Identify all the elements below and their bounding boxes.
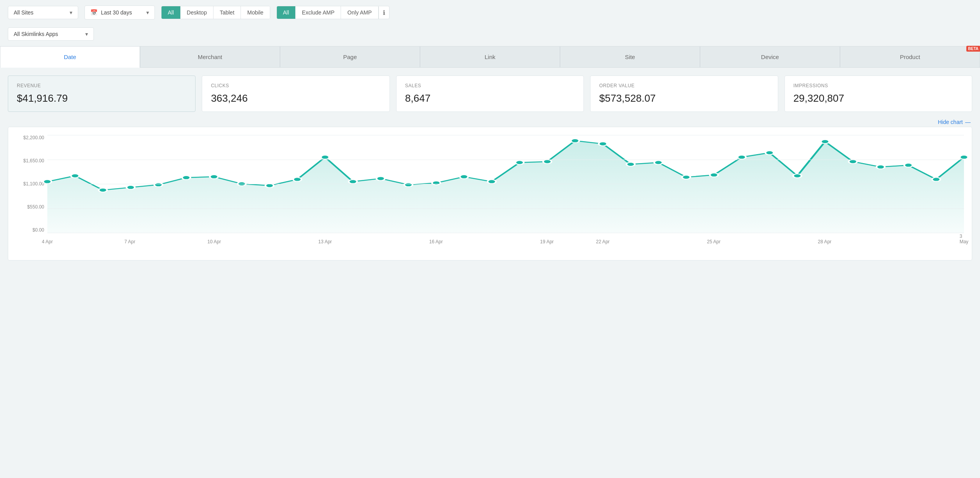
svg-point-29 (849, 160, 857, 164)
beta-badge: BETA (966, 46, 980, 52)
metric-impressions[interactable]: Impressions 29,320,807 (784, 75, 972, 112)
svg-point-9 (293, 178, 302, 181)
svg-point-3 (126, 185, 135, 189)
x-label: 22 Apr (596, 239, 610, 244)
svg-point-6 (210, 175, 218, 179)
x-label: 7 Apr (124, 239, 135, 244)
metric-clicks[interactable]: Clicks 363,246 (202, 75, 389, 112)
svg-point-31 (904, 163, 912, 167)
x-label: 10 Apr (207, 239, 221, 244)
x-label: 16 Apr (429, 239, 443, 244)
chart-plot (47, 135, 964, 233)
svg-point-0 (43, 180, 51, 183)
date-dropdown[interactable]: 📅 Last 30 days ▾ (84, 5, 155, 20)
svg-point-1 (71, 174, 79, 178)
device-desktop-button[interactable]: Desktop (181, 6, 214, 19)
x-label: 25 Apr (707, 239, 721, 244)
svg-point-27 (793, 174, 801, 178)
y-label-550: $550.00 (16, 204, 47, 210)
metric-sales-value: 8,647 (405, 92, 575, 104)
apps-dropdown[interactable]: All Skimlinks Apps ▾ (8, 27, 94, 41)
x-label: 13 Apr (318, 239, 332, 244)
svg-point-8 (266, 184, 274, 188)
amp-only-button[interactable]: Only AMP (341, 6, 378, 19)
svg-point-26 (765, 151, 774, 155)
device-all-button[interactable]: All (162, 6, 181, 19)
svg-point-30 (876, 165, 885, 169)
hide-chart-icon: — (965, 119, 971, 125)
tabs-row: Date Merchant Page Link Site Device BETA… (0, 46, 980, 68)
metric-order-value[interactable]: Order Value $573,528.07 (590, 75, 778, 112)
calendar-icon: 📅 (90, 9, 98, 16)
y-axis: $2,200.00 $1,650.00 $1,100.00 $550.00 $0… (16, 135, 47, 233)
hide-chart-button[interactable]: Hide chart — (938, 119, 971, 125)
x-label: 3 May (960, 234, 969, 244)
svg-point-22 (654, 161, 662, 165)
svg-point-15 (460, 175, 468, 179)
x-label: 4 Apr (42, 239, 53, 244)
svg-point-10 (321, 155, 329, 159)
svg-point-16 (488, 180, 496, 183)
svg-point-2 (99, 188, 107, 192)
svg-point-23 (682, 175, 690, 179)
apps-dropdown-label: All Skimlinks Apps (14, 31, 58, 37)
tab-page[interactable]: Page (280, 46, 420, 68)
svg-point-12 (377, 176, 385, 180)
date-dropdown-label: Last 30 days (101, 9, 132, 16)
device-filter-group: All Desktop Tablet Mobile (161, 6, 270, 19)
amp-all-button[interactable]: All (277, 6, 296, 19)
svg-point-11 (349, 180, 357, 183)
metrics-row: Revenue $41,916.79 Clicks 363,246 Sales … (0, 68, 980, 116)
metric-order-value-value: $573,528.07 (599, 92, 769, 104)
svg-point-17 (515, 161, 524, 165)
chart-container: $2,200.00 $1,650.00 $1,100.00 $550.00 $0… (8, 127, 972, 261)
amp-filter-group: All Exclude AMP Only AMP ℹ (276, 6, 389, 19)
svg-point-5 (182, 176, 190, 180)
y-label-0: $0.00 (16, 227, 47, 233)
metric-sales-label: Sales (405, 83, 575, 88)
x-label: 28 Apr (818, 239, 831, 244)
date-dropdown-chevron: ▾ (146, 9, 149, 16)
svg-point-24 (710, 173, 718, 177)
metric-impressions-label: Impressions (793, 83, 963, 88)
y-label-1650: $1,650.00 (16, 158, 47, 164)
svg-point-28 (821, 140, 829, 144)
chart-area: $2,200.00 $1,650.00 $1,100.00 $550.00 $0… (16, 135, 964, 244)
y-label-2200: $2,200.00 (16, 135, 47, 140)
metric-revenue-label: Revenue (17, 83, 187, 88)
metric-revenue-value: $41,916.79 (17, 92, 187, 104)
svg-point-20 (599, 142, 607, 146)
tab-date[interactable]: Date (0, 46, 140, 68)
tab-link[interactable]: Link (420, 46, 560, 68)
svg-point-32 (932, 178, 940, 181)
tab-site[interactable]: Site (560, 46, 700, 68)
x-axis-labels: 4 Apr7 Apr10 Apr13 Apr16 Apr19 Apr22 Apr… (47, 233, 964, 244)
tab-product[interactable]: BETA Product (840, 46, 980, 68)
device-tablet-button[interactable]: Tablet (214, 6, 241, 19)
metric-clicks-value: 363,246 (211, 92, 381, 104)
svg-point-25 (738, 155, 746, 159)
svg-point-7 (237, 182, 246, 186)
metric-revenue[interactable]: Revenue $41,916.79 (8, 75, 196, 112)
metric-order-value-label: Order Value (599, 83, 769, 88)
x-label: 19 Apr (540, 239, 554, 244)
chart-header: Hide chart — (0, 116, 980, 127)
apps-dropdown-chevron: ▾ (85, 31, 88, 37)
svg-point-4 (154, 183, 162, 187)
amp-exclude-button[interactable]: Exclude AMP (296, 6, 341, 19)
amp-info-icon[interactable]: ℹ (379, 7, 389, 19)
svg-point-21 (626, 162, 635, 166)
hide-chart-label: Hide chart (938, 119, 963, 125)
metric-sales[interactable]: Sales 8,647 (396, 75, 584, 112)
tab-device[interactable]: Device (700, 46, 840, 68)
top-bar: All Sites ▾ 📅 Last 30 days ▾ All Desktop… (0, 0, 980, 46)
line-chart-svg (47, 135, 964, 233)
svg-point-14 (432, 181, 440, 185)
svg-point-33 (960, 155, 968, 159)
site-dropdown-label: All Sites (14, 9, 34, 16)
tab-merchant[interactable]: Merchant (140, 46, 280, 68)
site-dropdown-chevron: ▾ (70, 9, 72, 16)
site-dropdown[interactable]: All Sites ▾ (8, 6, 78, 19)
device-mobile-button[interactable]: Mobile (241, 6, 269, 19)
metric-clicks-label: Clicks (211, 83, 381, 88)
